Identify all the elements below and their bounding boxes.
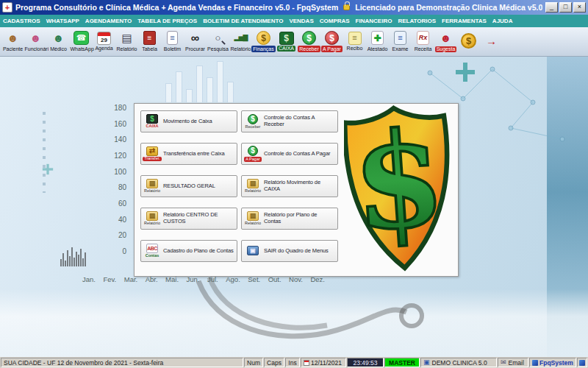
toolbar-caixa[interactable]: $ CAIXA — [275, 28, 298, 56]
panel-button-label: RESULTADO GERAL — [163, 183, 234, 190]
report-folder-icon: ▤ Relatório — [244, 179, 262, 194]
btn-relatorio-plano-contas[interactable]: ▤ Relatório Relatório por Plano de Conta… — [241, 208, 338, 230]
y-axis-label: 40 — [101, 216, 126, 224]
toolbar-medico[interactable]: ☻ Médico — [47, 28, 70, 56]
status-user-badge: MASTER — [384, 358, 420, 367]
magnifier-icon: ○ — [209, 31, 227, 46]
y-axis-label: 0 — [101, 247, 126, 255]
toolbar-sugesta[interactable]: ☻ Sugesta — [434, 28, 457, 56]
menu-agendamento[interactable]: AGENDAMENTO — [82, 15, 135, 27]
status-clinic: ▣ DEMO CLINICA 5.0 — [420, 358, 497, 367]
toolbar-button-label: A Pagar — [321, 46, 343, 52]
status-date-value: 12/11/2021 — [311, 359, 342, 367]
toolbar-button-label: Exame — [391, 46, 410, 52]
toolbar-atestado[interactable]: ✚ Atestado — [366, 28, 389, 56]
toolbar-receita[interactable]: Rx Receita — [412, 28, 434, 56]
menu-tabela-de-precos[interactable]: TABELA DE PREÇOS — [135, 15, 200, 27]
toolbar-moeda[interactable]: $ — [457, 28, 480, 56]
panel-button-caption: Contas — [146, 254, 159, 258]
btn-relatorio-movimento-caixa[interactable]: ▤ Relatório Relatório Movimento de CAIXA — [241, 175, 338, 197]
panel-button-label: Cadastro do Plano de Contas — [163, 248, 234, 255]
cash-box-icon: $ CAIXA — [143, 114, 161, 129]
background-mini-bar — [71, 247, 73, 266]
toolbar-financas[interactable]: $ Finanças — [252, 28, 275, 56]
toolbar-receber[interactable]: $ Receber — [298, 28, 320, 56]
minimize-button[interactable]: _ — [545, 2, 558, 13]
close-button[interactable]: × — [573, 2, 586, 13]
btn-relatorio-centro-custos[interactable]: ▤ Relatório Relatório CENTRO DE CUSTOS — [140, 208, 237, 230]
background-mini-bar — [76, 252, 77, 266]
menu-cadastros[interactable]: CADASTROS — [0, 15, 43, 27]
menu-whatsapp[interactable]: WHATSAPP — [43, 15, 82, 27]
panel-button-caption: A Pagar — [244, 157, 262, 162]
toolbar-relatorio-agenda[interactable]: ▤ Relatório — [115, 28, 138, 56]
report-folder-icon: ▤ Relatório — [244, 211, 262, 226]
background-mini-bar — [82, 258, 84, 266]
menu-vendas[interactable]: VENDAS — [286, 15, 316, 27]
btn-movimento-caixa[interactable]: $ CAIXA Movimento de Caixa — [140, 110, 237, 132]
dollar-receive-icon: $ Receber — [244, 114, 262, 130]
menu-boletim-de-atendimento[interactable]: BOLETIM DE ATENDIMENTO — [200, 15, 286, 27]
menu-compras[interactable]: COMPRAS — [317, 15, 353, 27]
background-bar-chart — [165, 61, 234, 102]
lock-icon — [343, 4, 350, 10]
finance-icon: $ — [257, 31, 270, 45]
background-bar — [196, 66, 203, 102]
btn-transferencia-entre-caixa[interactable]: ⇄ Transfer. Transferência entre Caixa — [140, 143, 237, 165]
toolbar-apagar[interactable]: $ A Pagar — [320, 28, 343, 56]
btn-controle-contas-receber[interactable]: $ Receber Controle do Contas A Receber — [241, 110, 338, 132]
employee-icon: ☻ — [27, 31, 45, 46]
toolbar-button-label: Pesquisa — [206, 46, 230, 53]
toolbar-button-label: WhatsApp — [69, 46, 94, 52]
toolbar-exame[interactable]: ≡ Exame — [389, 28, 412, 56]
y-axis-label: 100 — [101, 168, 126, 176]
toolbar-funcionaria[interactable]: ☻ Funcionária — [24, 28, 47, 56]
status-email[interactable]: ✉ Email — [498, 358, 528, 367]
menu-relatorios[interactable]: RELATORIOS — [395, 15, 439, 27]
background-mini-bar — [67, 250, 68, 266]
status-brand[interactable]: FpqSystem — [529, 358, 576, 367]
toolbar-procurar[interactable]: ∞ Procurar — [184, 28, 207, 56]
toolbar-agenda[interactable]: 29 Agenda — [93, 28, 115, 56]
menu-financeiro[interactable]: FINANCEIRO — [353, 15, 395, 27]
report-folder-icon: ▤ Relatório — [143, 179, 161, 194]
toolbar-tabela[interactable]: ≡ Tabela — [138, 28, 161, 56]
toolbar-button-label: Funcionária — [24, 46, 49, 53]
prescription-icon: Rx — [417, 31, 429, 45]
toolbar-pesquisa[interactable]: ○ Pesquisa — [207, 28, 229, 56]
toolbar-recibo[interactable]: ≡ Recibo — [343, 28, 366, 56]
calendar-icon — [304, 360, 309, 366]
toolbar-button-label: Recibo — [345, 46, 365, 52]
month-label: Fev. — [103, 275, 116, 283]
toolbar-relatorio-pesquisa[interactable]: ▂▅▇ Relatório — [229, 28, 252, 56]
toolbar-boletim[interactable]: ≡ Boletim — [161, 28, 184, 56]
maximize-button[interactable]: □ — [559, 2, 572, 13]
background-mini-bar — [65, 261, 66, 266]
toolbar-paciente[interactable]: ☻ Paciente — [1, 28, 24, 56]
btn-sair-quadro-menus[interactable]: ▣ SAIR do Quadro de Menus — [241, 240, 338, 262]
panel-button-glyph: $ — [146, 114, 158, 124]
btn-controle-contas-pagar[interactable]: $ A Pagar Controle do Contas A Pagar — [241, 143, 338, 165]
background-bar — [176, 71, 182, 102]
toolbar-whatsapp[interactable]: ☎ WhatsApp — [70, 28, 93, 56]
suggestion-icon: ☻ — [437, 31, 455, 46]
grip-icon — [579, 360, 585, 366]
background-mini-bar — [60, 259, 62, 266]
menu-ferramentas[interactable]: FERRAMENTAS — [439, 15, 490, 27]
stethoscope-graphic — [187, 274, 430, 355]
toolbar-button-label: Procurar — [184, 46, 207, 53]
background-dots-decoration — [43, 112, 46, 193]
y-axis-label: 80 — [101, 183, 126, 191]
menu-ajuda[interactable]: AJUDA — [490, 15, 516, 27]
btn-resultado-geral[interactable]: ▤ Relatório RESULTADO GERAL — [140, 175, 237, 197]
report-folder-icon: ▤ Relatório — [143, 211, 161, 226]
status-time: 23:49:53 — [347, 358, 384, 367]
toolbar-button-label — [467, 49, 470, 50]
toolbar-sair[interactable]: → — [480, 28, 503, 56]
chart-y-axis: 180 160 140 120 100 80 60 40 20 0 — [101, 104, 126, 255]
panel-button-glyph: $ — [248, 114, 258, 124]
transfer-icon: ⇄ Transfer. — [143, 146, 161, 162]
btn-cadastro-plano-contas[interactable]: ABC Contas Cadastro do Plano de Contas — [140, 240, 237, 262]
y-axis-label: 140 — [101, 135, 126, 144]
y-axis-label: 20 — [101, 231, 126, 239]
